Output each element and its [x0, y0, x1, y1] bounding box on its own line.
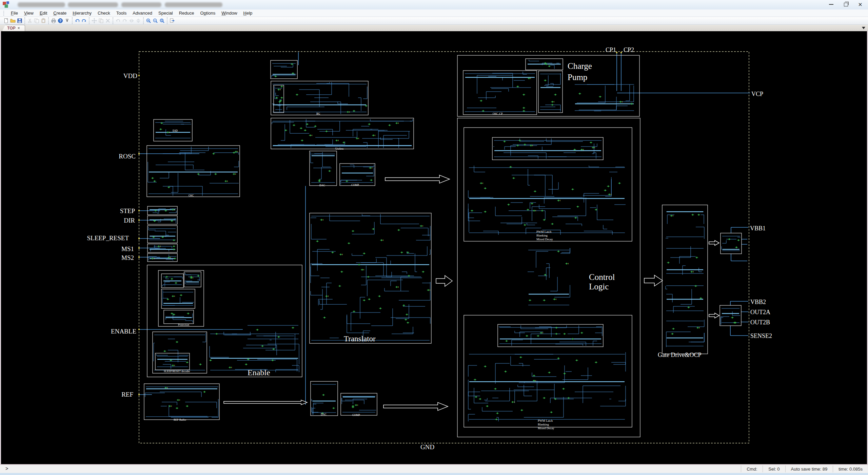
toolbar-rotate-left-button[interactable] — [115, 17, 121, 24]
schematic-label-cp1[interactable]: CP1 — [606, 46, 616, 53]
toolbar-open-button[interactable] — [9, 17, 16, 24]
menu-item-special[interactable]: Special — [155, 10, 176, 16]
schematic-label-enable[interactable]: ENABLE — [111, 328, 136, 335]
schematic-label-cp2[interactable]: CP2 — [624, 46, 634, 53]
toolbar-push-hierarchy-button[interactable] — [169, 17, 176, 24]
toolbar-zoom-fit-button[interactable] — [159, 17, 165, 24]
toolbar-save-button[interactable] — [16, 17, 23, 24]
toolbar-rotate-right-button[interactable] — [121, 17, 128, 24]
schematic-label-ref[interactable]: REF — [121, 391, 133, 398]
schematic-label-comp[interactable]: COMP — [351, 184, 359, 187]
block-protection-d[interactable] — [164, 310, 194, 324]
menu-item-reduce[interactable]: Reduce — [176, 10, 197, 16]
block-protection-b[interactable] — [184, 272, 201, 287]
schematic-label-translator[interactable]: Translator — [344, 335, 376, 343]
schematic-label-esd[interactable]: ESD — [173, 129, 178, 132]
schematic-label-gate-drive-ocp[interactable]: Gate Drive&OCP — [658, 352, 701, 358]
block-sleep-reset-decoder[interactable] — [153, 332, 207, 373]
schematic-label-useless[interactable]: Useless — [335, 147, 343, 150]
block-dac-bottom[interactable] — [311, 381, 338, 416]
schematic-label-logic[interactable]: Logic — [589, 282, 609, 291]
schematic-label-enable[interactable]: Enable — [248, 368, 270, 377]
schematic-label-comp[interactable]: COMP — [352, 414, 360, 417]
toolbar-help-button[interactable]: ? — [57, 17, 64, 24]
menu-item-options[interactable]: Options — [197, 10, 219, 16]
menu-item-create[interactable]: Create — [50, 10, 70, 16]
schematic-label-rosc[interactable]: ROSC — [119, 153, 136, 160]
menu-item-file[interactable]: File — [8, 10, 21, 16]
menu-item-window[interactable]: Window — [218, 10, 240, 16]
restore-button[interactable] — [840, 1, 852, 8]
menu-item-advanced[interactable]: Advanced — [130, 10, 155, 16]
schematic-label-ms1[interactable]: MS1 — [121, 245, 134, 252]
schematic-label-pump[interactable]: Pump — [568, 73, 587, 82]
schematic-label-sleep-reset[interactable]: SLEEP_RESET — [87, 234, 129, 242]
toolbar-overflow-button[interactable] — [64, 17, 71, 24]
schematic-label-protection[interactable]: Protection — [178, 323, 189, 326]
toolbar-copy-button[interactable] — [33, 17, 40, 24]
schematic-label-mixed-decay[interactable]: Mixed Decay — [536, 238, 553, 241]
block-comp-bottom[interactable] — [341, 393, 377, 415]
toolbar-mirror-vertical-button[interactable] — [135, 17, 142, 24]
schematic-label-pwm-latch[interactable]: PWM Latch — [538, 419, 553, 422]
toolbar-delete-button[interactable] — [104, 17, 111, 24]
schematic-label-bg[interactable]: BG — [316, 112, 320, 115]
toolbar-copy-instance-button[interactable] — [98, 17, 104, 24]
schematic-label-dac[interactable]: DAC — [321, 413, 327, 416]
menu-item-view[interactable]: View — [21, 10, 37, 16]
tab-top[interactable]: TOP × — [2, 25, 25, 31]
menu-item-check[interactable]: Check — [95, 10, 113, 16]
schematic-label-vbb2[interactable]: VBB2 — [750, 299, 766, 305]
schematic-canvas-area[interactable]: VDDROSCSTEPDIRSLEEP_RESETMS1MS2ENABLEREF… — [0, 31, 868, 464]
menu-item-tools[interactable]: Tools — [113, 10, 130, 16]
schematic-label-sleep-reset-decoder[interactable]: SLEEP/RESET decoder — [164, 370, 190, 373]
schematic-label-step[interactable]: STEP — [120, 207, 135, 214]
toolbar-new-button[interactable] — [3, 17, 9, 24]
schematic-label-mixed-decay[interactable]: Mixed Decay — [538, 426, 554, 430]
toolbar-zoom-out-button[interactable] — [152, 17, 159, 24]
toolbar-cut-button[interactable] — [26, 17, 33, 24]
schematic-label-blanking[interactable]: Blanking — [536, 234, 548, 237]
toolbar-paste-button[interactable] — [40, 17, 47, 24]
schematic-label-ms2[interactable]: MS2 — [121, 254, 134, 261]
schematic-label-out2a[interactable]: OUT2A — [750, 309, 770, 316]
schematic-label-dir[interactable]: DIR — [124, 217, 135, 224]
schematic-label-vdd[interactable]: VDD — [123, 72, 137, 79]
block-pwm-row-1[interactable] — [492, 137, 603, 160]
block-gate-drive-ocp[interactable] — [662, 205, 708, 354]
schematic-label-vbb1[interactable]: VBB1 — [750, 225, 766, 232]
block-osc[interactable] — [147, 146, 240, 197]
schematic-label-charge[interactable]: Charge — [568, 61, 592, 71]
block-translator[interactable] — [310, 213, 431, 343]
toolbar-mirror-horizontal-button[interactable] — [128, 17, 135, 24]
block-dac-top[interactable] — [310, 151, 337, 186]
schematic-canvas[interactable]: VDDROSCSTEPDIRSLEEP_RESETMS1MS2ENABLEREF… — [0, 31, 868, 464]
schematic-label-sense2[interactable]: SENSE2 — [750, 332, 772, 339]
block-cp-mid-cell[interactable] — [538, 71, 563, 113]
toolbar-move-button[interactable] — [91, 17, 98, 24]
schematic-label-out2b[interactable]: OUT2B — [750, 319, 770, 326]
schematic-label-dac[interactable]: DAC — [319, 184, 325, 187]
schematic-label-pwm-latch[interactable]: PWM Latch — [536, 230, 552, 233]
schematic-label-gnd[interactable]: GND — [420, 443, 434, 451]
tab-overflow-icon[interactable] — [862, 27, 865, 29]
minimize-button[interactable] — [825, 1, 837, 8]
schematic-label-control[interactable]: Control — [589, 272, 615, 282]
schematic-label-osc-cp[interactable]: OSC_CP — [493, 112, 503, 115]
menu-item-help[interactable]: Help — [240, 10, 256, 16]
command-prompt-input[interactable]: > — [0, 466, 741, 472]
block-vdd-top-cell[interactable] — [271, 60, 297, 79]
schematic-label-ref-buffer[interactable]: REF Buffer — [174, 418, 186, 421]
toolbar-redo-button[interactable] — [81, 17, 87, 24]
close-button[interactable]: × — [854, 1, 866, 8]
menu-item-hierarchy[interactable]: Hierarchy — [70, 10, 95, 16]
tab-close-icon[interactable]: × — [18, 26, 20, 30]
schematic-label-vcp[interactable]: VCP — [751, 91, 763, 97]
schematic-label-osc[interactable]: OSC — [189, 194, 194, 197]
toolbar-undo-button[interactable] — [74, 17, 81, 24]
toolbar-zoom-in-button[interactable] — [145, 17, 152, 24]
schematic-label-blanking[interactable]: Blanking — [538, 423, 549, 426]
block-pwm-latch-2[interactable] — [464, 315, 632, 427]
menu-item-edit[interactable]: Edit — [37, 10, 50, 16]
toolbar-print-button[interactable] — [50, 17, 57, 24]
